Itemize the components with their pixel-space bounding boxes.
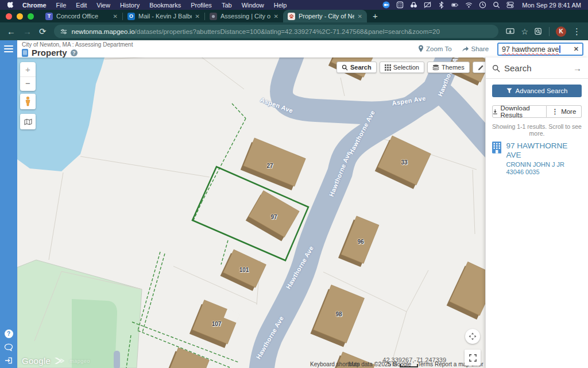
tab-title: Concord Office: [56, 13, 110, 20]
menu-history[interactable]: History: [120, 2, 140, 9]
zoom-out-button[interactable]: −: [20, 76, 36, 90]
maximize-window-button[interactable]: [28, 13, 34, 20]
chrome-menu-icon[interactable]: ⋮: [572, 27, 581, 36]
map-tool-search[interactable]: Search: [336, 62, 377, 73]
sign-in-icon[interactable]: [5, 356, 13, 365]
spotlight-icon[interactable]: [493, 1, 500, 9]
download-results-button[interactable]: Download Results: [492, 105, 547, 118]
profile-avatar[interactable]: K: [556, 26, 566, 37]
tab-property-active[interactable]: Property - City of Newton, M ✕: [283, 10, 367, 22]
screen: Chrome File Edit View History Bookmarks …: [0, 0, 588, 368]
fullscreen-button[interactable]: [465, 350, 481, 366]
display-off-icon[interactable]: [424, 1, 431, 9]
hamburger-menu-icon[interactable]: [4, 45, 13, 54]
tab-title: Assessing | City of Newton, M: [220, 13, 270, 20]
app-header: City of Newton, MA : Assessing Departmen…: [17, 40, 588, 57]
close-tab-icon[interactable]: ✕: [195, 13, 200, 20]
zoom-to-button[interactable]: Zoom To: [418, 45, 452, 52]
menu-help[interactable]: Help: [274, 2, 287, 9]
collapse-panel-icon[interactable]: →: [573, 63, 582, 73]
menu-profiles[interactable]: Profiles: [191, 2, 212, 9]
app-sidebar: ?: [0, 40, 17, 368]
result-owner: CRONIN JOHN J JR: [506, 161, 582, 168]
clear-search-icon[interactable]: ✕: [574, 45, 579, 53]
basemap-button[interactable]: [20, 114, 36, 129]
help-icon[interactable]: ?: [5, 329, 13, 338]
tab-concord-office[interactable]: T Concord Office ✕: [41, 10, 122, 22]
map-tool-selection[interactable]: Selection: [380, 62, 424, 73]
menu-edit[interactable]: Edit: [76, 2, 87, 9]
close-tab-icon[interactable]: ✕: [113, 13, 118, 20]
menu-view[interactable]: View: [96, 2, 110, 9]
control-center-icon[interactable]: [506, 1, 514, 9]
menu-bookmarks[interactable]: Bookmarks: [149, 2, 181, 9]
close-window-button[interactable]: [6, 13, 12, 20]
reload-icon[interactable]: ⟳: [39, 27, 47, 36]
macos-menubar: Chrome File Edit View History Bookmarks …: [0, 0, 588, 10]
back-icon[interactable]: ←: [7, 27, 16, 36]
results-status: Showing 1-1 results. Scroll to see more.: [492, 123, 582, 137]
tab-title: Property - City of Newton, M: [299, 13, 354, 20]
building-result-icon: [492, 141, 501, 154]
search-results-panel: Search → Advanced Search Download Result…: [485, 57, 588, 368]
tab-title: Mail - Kevin J Balboni - Outlo: [138, 13, 192, 20]
clock-menu-icon[interactable]: [479, 1, 486, 9]
panel-title: Search: [504, 63, 532, 73]
menubar-clock[interactable]: Mon Sep 29 8:41 AM: [522, 2, 581, 9]
save-to-device-icon[interactable]: [506, 28, 514, 35]
more-button[interactable]: ⋮More: [547, 105, 582, 118]
outlook-favicon: O: [127, 13, 135, 20]
menu-file[interactable]: File: [56, 2, 67, 9]
parcel-label-97: 97: [270, 214, 277, 220]
parcel-label-101: 101: [239, 267, 249, 273]
property-favicon: [288, 13, 295, 20]
pegman-streetview-button[interactable]: [20, 94, 36, 109]
result-parcel-id: 43046 0035: [506, 168, 582, 176]
org-breadcrumb: City of Newton, MA : Assessing Departmen…: [22, 41, 133, 48]
apple-icon[interactable]: [7, 1, 14, 9]
page-title: Property: [32, 48, 67, 57]
property-search-input[interactable]: 97 hawthorne ave ✕: [497, 43, 583, 56]
lens-search-icon[interactable]: [535, 28, 543, 35]
share-button[interactable]: Share: [462, 45, 489, 52]
parcel-label-27: 27: [266, 163, 273, 169]
url-text[interactable]: newtonma.mapgeo.io/datasets/properties?a…: [72, 28, 440, 35]
battery-icon: [451, 1, 459, 9]
bluetooth-icon[interactable]: [438, 1, 445, 9]
omnibox[interactable]: newtonma.mapgeo.io/datasets/properties?a…: [54, 25, 499, 38]
pan-control-button[interactable]: [465, 329, 480, 344]
minimize-window-button[interactable]: [17, 13, 23, 20]
teams-favicon: T: [45, 13, 53, 20]
feedback-chat-icon[interactable]: [4, 343, 13, 351]
app-grid-icon[interactable]: [396, 1, 404, 9]
close-tab-icon[interactable]: ✕: [274, 13, 278, 20]
result-address[interactable]: 97 HAWTHORNE AVE: [506, 141, 582, 160]
close-tab-icon[interactable]: ✕: [358, 13, 362, 20]
menu-chrome[interactable]: Chrome: [22, 2, 47, 9]
site-settings-icon[interactable]: [60, 28, 67, 35]
map-tool-themes[interactable]: Themes: [427, 62, 470, 73]
tab-assessing[interactable]: Assessing | City of Newton, M ✕: [205, 10, 283, 22]
binoculars-icon[interactable]: [410, 1, 417, 9]
new-tab-button[interactable]: +: [373, 11, 378, 21]
panel-search-icon: [492, 64, 500, 72]
mapgeo-logo: mapgeo: [55, 357, 90, 365]
tab-outlook-mail[interactable]: O Mail - Kevin J Balboni - Outlo ✕: [123, 10, 204, 22]
map-scale: 5 m: [388, 361, 418, 367]
google-logo: Google mapgeo: [22, 356, 90, 366]
bookmark-star-icon[interactable]: ☆: [521, 28, 528, 36]
menu-window[interactable]: Window: [242, 2, 264, 9]
zoom-in-button[interactable]: +: [20, 62, 36, 76]
terms-link[interactable]: Terms: [417, 361, 433, 367]
menu-tab[interactable]: Tab: [222, 2, 232, 9]
advanced-search-button[interactable]: Advanced Search: [492, 85, 582, 97]
chrome-urlbar: ← → ⟳ newtonma.mapgeo.io/datasets/proper…: [0, 22, 588, 40]
forward-icon[interactable]: →: [23, 27, 32, 36]
zoom-control[interactable]: + −: [20, 62, 36, 91]
title-help-icon[interactable]: ?: [71, 49, 78, 56]
menubar-items: Chrome File Edit View History Bookmarks …: [22, 2, 287, 9]
parcel-label-96: 96: [357, 239, 363, 245]
zoom-app-icon[interactable]: [382, 1, 390, 9]
result-item-97-hawthorne[interactable]: 97 HAWTHORNE AVE CRONIN JOHN J JR 43046 …: [492, 141, 582, 176]
wifi-icon[interactable]: [465, 1, 473, 9]
